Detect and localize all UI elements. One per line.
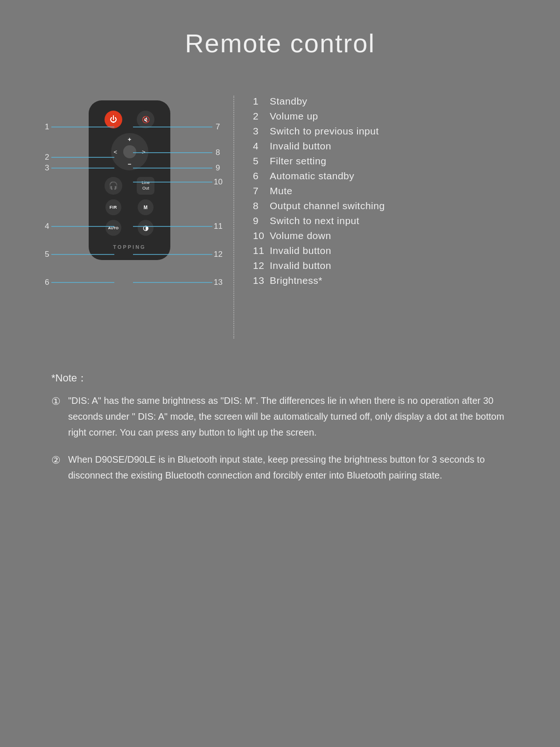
note-text: When D90SE/D90LE is in Bluetooth input s… bbox=[68, 451, 509, 483]
note-num: ① bbox=[51, 393, 68, 410]
label-text: Invalid button bbox=[270, 260, 331, 271]
nav-ring: + − < > bbox=[111, 133, 148, 170]
label-item-3: 3Switch to previous input bbox=[253, 126, 523, 137]
label-num: 8 bbox=[253, 200, 270, 211]
callout-6: 6 bbox=[45, 278, 49, 287]
label-item-11: 11Invalid button bbox=[253, 245, 523, 256]
btn-row-4: FIR M bbox=[97, 199, 162, 215]
label-num: 10 bbox=[253, 230, 270, 241]
diagram-section: ⏻ 🔇 + − < > bbox=[37, 86, 523, 348]
brightness-button[interactable]: ◑ bbox=[138, 220, 154, 236]
nav-circle: + − < > bbox=[111, 133, 148, 170]
label-num: 9 bbox=[253, 215, 270, 226]
note-num: ② bbox=[51, 451, 68, 469]
label-item-2: 2Volume up bbox=[253, 111, 523, 122]
label-num: 13 bbox=[253, 275, 270, 286]
nav-left-label: < bbox=[114, 148, 118, 155]
label-num: 2 bbox=[253, 111, 270, 122]
callout-9: 9 bbox=[216, 163, 220, 172]
callout-4: 4 bbox=[45, 222, 49, 231]
note-text: "DIS: A" has the same brightness as "DIS… bbox=[68, 393, 509, 440]
label-text: Switch to next input bbox=[270, 215, 359, 226]
label-num: 1 bbox=[253, 96, 270, 107]
note-item: ①"DIS: A" has the same brightness as "DI… bbox=[51, 393, 509, 440]
page-title: Remote control bbox=[185, 28, 375, 58]
label-item-13: 13Brightness* bbox=[253, 275, 523, 286]
label-item-1: 1Standby bbox=[253, 96, 523, 107]
label-item-7: 7Mute bbox=[253, 185, 523, 197]
callout-8: 8 bbox=[216, 148, 220, 157]
label-list: 1Standby2Volume up3Switch to previous in… bbox=[234, 86, 523, 286]
label-num: 3 bbox=[253, 126, 270, 137]
label-text: Automatic standby bbox=[270, 170, 354, 182]
fir-label: FIR bbox=[110, 205, 117, 210]
label-num: 4 bbox=[253, 141, 270, 152]
label-item-6: 6Automatic standby bbox=[253, 170, 523, 182]
callout-5: 5 bbox=[45, 250, 49, 259]
label-text: Filter setting bbox=[270, 155, 326, 167]
remote-control: ⏻ 🔇 + − < > bbox=[89, 100, 170, 260]
label-item-10: 10Volume down bbox=[253, 230, 523, 241]
line-out-icon: LineOut bbox=[142, 180, 150, 191]
label-item-9: 9Switch to next input bbox=[253, 215, 523, 226]
brand-label: TOPPING bbox=[97, 244, 162, 250]
label-text: Output channel switching bbox=[270, 200, 385, 211]
remote-diagram: ⏻ 🔇 + − < > bbox=[37, 86, 233, 348]
note-title: *Note： bbox=[51, 371, 509, 385]
label-text: Switch to previous input bbox=[270, 126, 379, 137]
label-num: 7 bbox=[253, 185, 270, 197]
vol-up-label: + bbox=[128, 136, 132, 143]
label-item-8: 8Output channel switching bbox=[253, 200, 523, 211]
callout-1: 1 bbox=[45, 122, 49, 131]
btn-row-5: AUTO ◑ bbox=[97, 220, 162, 236]
label-text: Mute bbox=[270, 185, 293, 197]
label-text: Volume up bbox=[270, 111, 318, 122]
nav-center bbox=[123, 145, 136, 158]
auto-button[interactable]: AUTO bbox=[105, 220, 121, 236]
headphone-icon: 🎧 bbox=[109, 181, 118, 190]
nav-right-label: > bbox=[142, 148, 146, 155]
btn-row-nav: + − < > bbox=[97, 133, 162, 170]
callout-2: 2 bbox=[45, 153, 49, 162]
headphone-button[interactable]: 🎧 bbox=[105, 177, 122, 195]
label-num: 6 bbox=[253, 170, 270, 182]
m-label: M bbox=[144, 205, 148, 210]
m-button[interactable]: M bbox=[138, 199, 154, 215]
callout-10: 10 bbox=[214, 177, 223, 186]
label-text: Brightness* bbox=[270, 275, 322, 286]
brightness-icon: ◑ bbox=[143, 224, 149, 232]
label-text: Invalid button bbox=[270, 141, 331, 152]
power-icon: ⏻ bbox=[110, 115, 117, 124]
remote-body: ⏻ 🔇 + − < > bbox=[89, 100, 170, 260]
notes-container: ①"DIS: A" has the same brightness as "DI… bbox=[51, 393, 509, 483]
note-item: ②When D90SE/D90LE is in Bluetooth input … bbox=[51, 451, 509, 483]
callout-3: 3 bbox=[45, 163, 49, 172]
label-item-4: 4Invalid button bbox=[253, 141, 523, 152]
fir-button[interactable]: FIR bbox=[105, 199, 121, 215]
callout-11: 11 bbox=[214, 222, 223, 231]
label-num: 12 bbox=[253, 260, 270, 271]
vol-down-label: − bbox=[128, 161, 132, 168]
label-item-5: 5Filter setting bbox=[253, 155, 523, 167]
btn-row-3: 🎧 LineOut bbox=[97, 177, 162, 195]
btn-row-1: ⏻ 🔇 bbox=[97, 111, 162, 128]
label-text: Standby bbox=[270, 96, 308, 107]
line-out-button[interactable]: LineOut bbox=[137, 177, 154, 195]
label-text: Invalid button bbox=[270, 245, 331, 256]
power-button[interactable]: ⏻ bbox=[105, 111, 122, 128]
label-num: 5 bbox=[253, 155, 270, 167]
mute-button[interactable]: 🔇 bbox=[137, 111, 154, 128]
auto-label: AUTO bbox=[108, 226, 119, 230]
label-num: 11 bbox=[253, 245, 270, 256]
callout-7: 7 bbox=[216, 122, 220, 131]
label-text: Volume down bbox=[270, 230, 331, 241]
mute-icon: 🔇 bbox=[142, 116, 150, 123]
callout-13: 13 bbox=[214, 278, 223, 287]
label-item-12: 12Invalid button bbox=[253, 260, 523, 271]
callout-12: 12 bbox=[214, 250, 223, 259]
notes-section: *Note： ①"DIS: A" has the same brightness… bbox=[37, 371, 523, 494]
